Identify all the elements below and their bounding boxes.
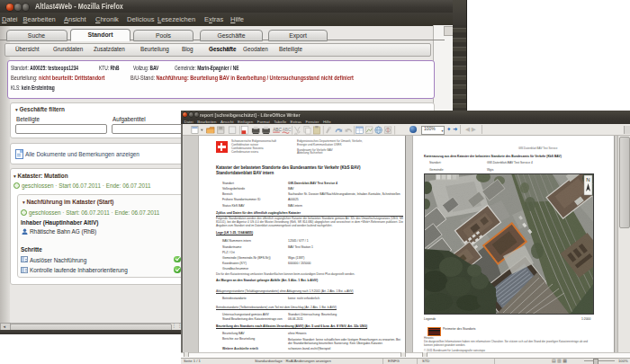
svg-text:ABC: ABC [273,128,282,132]
svg-text:N: N [586,177,590,182]
svg-text:ABC: ABC [283,128,292,132]
